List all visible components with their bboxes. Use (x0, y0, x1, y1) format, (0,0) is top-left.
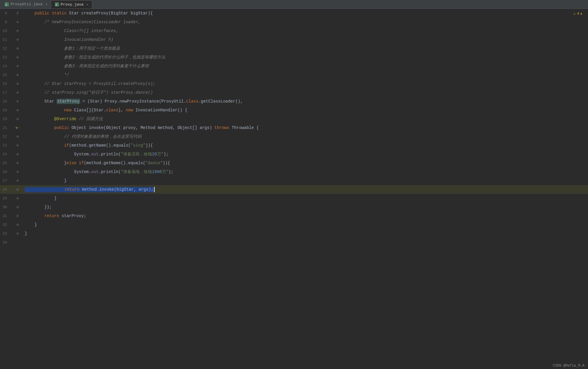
gutter-dot-16 (16, 83, 19, 85)
tab-bar: J ProxyUtil.java ✕ J Proxy.java ✕ (0, 0, 588, 9)
code-area: ⚠ 4 ▲ 8 @ public static Star createProxy… (0, 9, 588, 369)
code-line-10: 10 Class<?>[] interfaces, (0, 26, 588, 35)
gutter-29 (12, 197, 23, 199)
tab-proxyutil-label: ProxyUtil.java (11, 2, 43, 6)
code-line-34: 34 (0, 238, 588, 247)
tab-proxy[interactable]: J Proxy.java ✕ (51, 0, 92, 9)
code-line-13: 13 参数2：指定生成的代理长什么样子，也就是有哪些方法 (0, 53, 588, 62)
line-num-29: 29 (0, 196, 12, 201)
gutter-dot-14 (16, 65, 19, 67)
gutter-22 (12, 135, 23, 138)
code-line-25: 25 }else if(method.getName().equals("dan… (0, 159, 588, 167)
gutter-dot-20 (16, 118, 19, 120)
gutter-dot-27 (16, 180, 19, 182)
editor-container: ⚠ 4 ▲ 8 @ public static Star createProxy… (0, 9, 588, 369)
gutter-15 (12, 74, 23, 76)
gutter-23 (12, 144, 23, 147)
line-content-34 (23, 238, 588, 247)
line-content-29: } (23, 194, 588, 203)
gutter-8: @ (12, 11, 23, 15)
line-num-28: 28 (0, 187, 12, 192)
gutter-16 (12, 83, 23, 85)
gutter-dot-15 (16, 74, 19, 76)
bottom-bar: CSDN @Mafia_M.A (549, 363, 588, 369)
gutter-dot-11 (16, 38, 19, 41)
line-num-18: 18 (0, 99, 12, 104)
tab-proxy-close[interactable]: ✕ (87, 3, 89, 6)
gutter-dot-23 (16, 144, 19, 147)
line-content-10: Class<?>[] interfaces, (23, 26, 588, 35)
line-num-11: 11 (0, 38, 12, 42)
code-line-23: 23 if(method.getName().equals("sing")){ (0, 141, 588, 150)
code-line-9: 9 /* newProxyInstance(ClassLoader loader… (0, 18, 588, 26)
line-content-30: }); (23, 203, 588, 212)
tab-proxyutil-close[interactable]: ✕ (45, 2, 48, 6)
code-line-15: 15 */ (0, 71, 588, 79)
line-num-30: 30 (0, 205, 12, 209)
gutter-30 (12, 206, 23, 208)
code-line-31: 31 return starProxy; (0, 212, 588, 220)
line-num-20: 20 (0, 117, 12, 121)
gutter-dot-33 (16, 232, 19, 235)
line-content-14: 参数3：用来指定生成的代理对象要干什么事情 (23, 62, 588, 71)
gutter-dot-19 (16, 109, 19, 111)
gutter-11 (12, 38, 23, 41)
tab-proxy-label: Proxy.java (61, 2, 84, 7)
code-line-29: 29 } (0, 194, 588, 203)
code-line-11: 11 InvocationHandler h) (0, 35, 588, 44)
code-line-16: 16 // Star starProxy = ProxyUtil.createP… (0, 79, 588, 88)
gutter-33 (12, 232, 23, 235)
line-content-15: */ (23, 71, 588, 79)
code-line-21: 21 ● ↑ public Object invoke(Object proxy… (0, 123, 588, 132)
code-line-22: 22 // 代理对象要做的事情，会在这里写代码 (0, 132, 588, 141)
java-file-icon: J (5, 2, 9, 6)
line-num-25: 25 (0, 161, 12, 165)
line-content-16: // Star starProxy = ProxyUtil.createProx… (23, 79, 588, 88)
tab-proxyutil[interactable]: J ProxyUtil.java ✕ (1, 0, 51, 9)
at-symbol: @ (17, 11, 19, 15)
gutter-13 (12, 56, 23, 58)
line-content-18: Star starProxy = (Star) Proxy.newProxyIn… (23, 97, 588, 106)
line-num-16: 16 (0, 82, 12, 86)
gutter-dot-24 (16, 153, 19, 155)
gutter-dot-25 (16, 162, 19, 164)
line-content-28: return method.invoke(bigStar, args); (23, 185, 588, 194)
line-num-22: 22 (0, 135, 12, 139)
gutter-19 (12, 109, 23, 111)
line-content-12: 参数1：用于指定一个类加载器 (23, 44, 588, 53)
java-file-icon-2: J (55, 2, 59, 6)
line-num-23: 23 (0, 143, 12, 148)
gutter-32 (12, 224, 23, 226)
line-num-12: 12 (0, 46, 12, 51)
gutter-dot-18 (16, 100, 19, 103)
svg-text:J: J (5, 4, 7, 6)
line-num-33: 33 (0, 232, 12, 236)
gutter-18 (12, 100, 23, 103)
line-num-24: 24 (0, 152, 12, 157)
line-num-34: 34 (0, 240, 12, 245)
line-content-24: System.out.println("准备话筒，收钱20万"); (23, 150, 588, 159)
line-content-22: // 代理对象要做的事情，会在这里写代码 (23, 132, 588, 141)
gutter-dot-32 (16, 224, 19, 226)
gutter-26 (12, 171, 23, 173)
gutter-28 (12, 188, 23, 191)
line-content-17: // starProxy.sing("好日子") starProxy.dance… (23, 88, 588, 97)
line-content-8: public static Star createProxy(BigStar b… (23, 9, 588, 18)
gutter-dot-12 (16, 47, 19, 50)
brand-label: CSDN @Mafia_M.A (553, 364, 584, 368)
gutter-14 (12, 65, 23, 67)
line-content-33: } (23, 229, 588, 238)
line-num-15: 15 (0, 73, 12, 77)
code-line-28: 28 return method.invoke(bigStar, args); (0, 185, 588, 194)
line-content-32: } (23, 220, 588, 229)
gutter-21: ● ↑ (12, 125, 23, 130)
line-content-23: if(method.getName().equals("sing")){ (23, 141, 588, 150)
line-content-26: System.out.println("准备场地，收钱1000万"); (23, 167, 588, 176)
text-cursor (154, 187, 155, 192)
gutter-dot-30 (16, 206, 19, 208)
gutter-dot-9 (16, 21, 19, 23)
code-line-14: 14 参数3：用来指定生成的代理对象要干什么事情 (0, 62, 588, 71)
line-content-25: }else if(method.getName().equals("dance"… (23, 159, 588, 167)
gutter-dot-26 (16, 171, 19, 173)
line-num-10: 10 (0, 29, 12, 33)
